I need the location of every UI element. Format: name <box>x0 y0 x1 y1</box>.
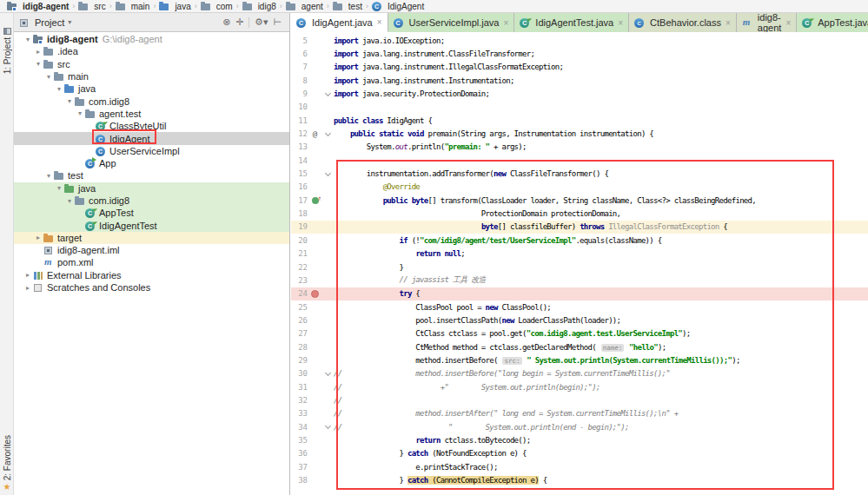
code-line-32[interactable]: 32// <box>291 393 868 406</box>
code-line-23[interactable]: 23 // javassist 工具 改造 <box>291 274 868 287</box>
chevron-right-icon[interactable]: ▸ <box>23 284 33 292</box>
tree-item-java[interactable]: ▾java <box>14 82 289 95</box>
hide-panel-icon[interactable]: ⊢ <box>270 16 284 27</box>
chevron-down-icon[interactable]: ▾ <box>54 85 64 93</box>
code-line-12[interactable]: 12@ public static void premain(String ar… <box>291 127 868 140</box>
code-line-6[interactable]: 6import java.lang.instrument.ClassFileTr… <box>291 47 868 60</box>
code-line-20[interactable]: 20 if (!"com/idig8/agent/test/UserServic… <box>291 234 868 247</box>
breadcrumb-item-src[interactable]: src <box>76 0 108 12</box>
breadcrumb-item-com[interactable]: com <box>198 0 235 12</box>
breadcrumb-item-java[interactable]: java <box>156 0 193 12</box>
breadcrumb-item-test[interactable]: test <box>330 0 365 12</box>
chevron-right-icon[interactable]: ▸ <box>33 48 43 56</box>
tree-item-pom.xml[interactable]: pom.xml <box>14 256 289 268</box>
tree-item-main[interactable]: ▾main <box>14 70 289 82</box>
chevron-down-icon[interactable]: ▾ <box>43 172 54 180</box>
editor-tab-IdigAgentTest.java[interactable]: IdigAgentTest.java× <box>514 13 629 32</box>
code-line-11[interactable]: 11public class IdigAgent { <box>291 114 868 127</box>
breakpoint-icon[interactable] <box>308 290 322 298</box>
close-icon[interactable]: × <box>785 18 791 28</box>
code-line-15[interactable]: 15 instrumentation.addTransformer(new Cl… <box>291 167 868 180</box>
code-line-38[interactable]: 38 } catch (CannotCompileException e) { <box>291 473 868 486</box>
breadcrumb-item-idig8[interactable]: idig8 <box>240 0 279 12</box>
chevron-down-icon[interactable]: ▾ <box>43 73 54 81</box>
code-line-13[interactable]: 13 System.out.println("premain: " + args… <box>291 141 868 154</box>
collapse-all-icon[interactable]: ✛ <box>234 16 247 27</box>
close-icon[interactable]: × <box>503 18 508 28</box>
tree-item-com.idig8[interactable]: ▾com.idig8 <box>14 95 289 107</box>
chevron-down-icon[interactable]: ▾ <box>64 197 75 205</box>
close-icon[interactable]: × <box>618 18 623 28</box>
code-line-35[interactable]: 35 return ctclass.toBytecode(); <box>291 433 868 446</box>
tree-item-UserServiceImpl[interactable]: UserServiceImpl <box>14 145 289 157</box>
tree-item-idig8-agent.iml[interactable]: idig8-agent.iml <box>14 244 289 256</box>
fold-icon[interactable] <box>322 93 334 96</box>
fold-icon[interactable] <box>322 133 334 135</box>
tree-item-Scratches and Consoles[interactable]: ▸Scratches and Consoles <box>14 281 289 294</box>
tree-item-AppTest[interactable]: AppTest <box>14 207 289 219</box>
code-line-16[interactable]: 16 @Override <box>291 181 868 194</box>
code-line-31[interactable]: 31// +" System.out.println(begin);"); <box>291 380 868 393</box>
editor-tab-idig8-agent[interactable]: idig8-agent× <box>737 13 797 32</box>
tree-item-IdigAgentTest[interactable]: IdigAgentTest <box>14 219 289 231</box>
chevron-down-icon[interactable]: ▾ <box>23 36 33 43</box>
editor-tab-IdigAgent.java[interactable]: IdigAgent.java× <box>291 13 388 32</box>
tree-item-App[interactable]: App <box>14 157 289 169</box>
code-line-27[interactable]: 27 CtClass ctclass = pool.get("com.idig8… <box>291 327 868 340</box>
close-icon[interactable]: × <box>726 18 731 28</box>
editor-tab-CtBehavior.class[interactable]: CtBehavior.class× <box>629 13 737 32</box>
code-line-9[interactable]: 9import java.security.ProtectionDomain; <box>291 87 868 100</box>
code-line-17[interactable]: 17 public byte[] transform(ClassLoader l… <box>291 194 868 207</box>
fold-icon[interactable] <box>322 426 334 428</box>
code-line-7[interactable]: 7import java.lang.instrument.IllegalClas… <box>291 61 868 74</box>
tree-item-idig8-agent[interactable]: ▾idig8-agentG:\idig8-agent <box>14 33 289 45</box>
tool-window-tab-project[interactable]: 1: Project <box>0 28 14 74</box>
chevron-right-icon[interactable]: ▸ <box>23 271 33 279</box>
tree-item-External Libraries[interactable]: ▸External Libraries <box>14 269 289 281</box>
chevron-down-icon[interactable]: ▾ <box>68 18 71 26</box>
tree-item-agent.test[interactable]: ▾agent.test <box>14 108 289 120</box>
settings-icon[interactable]: ⚙▾ <box>252 16 270 27</box>
locate-icon[interactable]: ⊗ <box>220 16 233 27</box>
chevron-down-icon[interactable]: ▾ <box>75 109 85 117</box>
chevron-down-icon[interactable]: ▾ <box>54 184 64 192</box>
tree-item-ClassByteUtil[interactable]: ClassByteUtil <box>14 120 289 132</box>
tree-item-.idea[interactable]: ▸.idea <box>14 45 289 57</box>
code-line-14[interactable]: 14 <box>291 154 868 167</box>
chevron-right-icon[interactable]: ▸ <box>33 234 43 241</box>
code-line-21[interactable]: 21 return null; <box>291 248 868 261</box>
override-marker-icon[interactable] <box>308 197 322 204</box>
tree-item-src[interactable]: ▾src <box>14 58 289 70</box>
code-editor[interactable]: 5import java.io.IOException;6import java… <box>291 32 868 495</box>
tree-item-target[interactable]: ▸target <box>14 232 289 244</box>
tree-item-test[interactable]: ▾test <box>14 169 289 182</box>
code-line-33[interactable]: 33// method.insertAfter(" long end = Sys… <box>291 407 868 420</box>
code-line-5[interactable]: 5import java.io.IOException; <box>291 34 868 47</box>
code-line-19[interactable]: 19 byte[] classfileBuffer) throws Illega… <box>291 221 868 234</box>
breadcrumb-item-IdigAgent[interactable]: IdigAgent <box>369 0 427 12</box>
code-line-18[interactable]: 18 ProtectionDomain protectionDomain, <box>291 207 868 220</box>
code-line-25[interactable]: 25 ClassPool pool = new ClassPool(); <box>291 300 868 314</box>
project-panel-title[interactable]: Project <box>35 17 64 28</box>
tree-item-IdigAgent[interactable]: IdigAgent <box>14 132 289 144</box>
code-line-28[interactable]: 28 CtMethod method = ctclass.getDeclared… <box>291 340 868 353</box>
chevron-down-icon[interactable]: ▾ <box>33 60 43 68</box>
code-line-30[interactable]: 30// method.insertBefore("long begin = S… <box>291 367 868 380</box>
tool-window-tab-favorites[interactable]: 2: Favorites ★ <box>0 435 14 492</box>
breadcrumb-item-idig8-agent[interactable]: idig8-agent <box>4 0 71 12</box>
code-line-10[interactable]: 10 <box>291 101 868 114</box>
chevron-down-icon[interactable]: ▾ <box>64 97 75 105</box>
code-line-24[interactable]: 24 try { <box>291 287 868 300</box>
code-line-29[interactable]: 29 method.insertBefore( src: " System.ou… <box>291 353 868 366</box>
tree-item-java[interactable]: ▾java <box>14 182 289 195</box>
code-line-34[interactable]: 34// " System.out.println(end - begin);"… <box>291 420 868 433</box>
code-line-36[interactable]: 36 } catch (NotFoundException e) { <box>291 447 868 460</box>
code-line-8[interactable]: 8import java.lang.instrument.Instrumenta… <box>291 74 868 87</box>
fold-icon[interactable] <box>322 173 334 175</box>
breadcrumb-item-agent[interactable]: agent <box>283 0 326 12</box>
tree-item-com.idig8[interactable]: ▾com.idig8 <box>14 195 289 207</box>
editor-tab-UserServiceImpl.java[interactable]: UserServiceImpl.java× <box>388 13 515 32</box>
fold-icon[interactable] <box>322 373 334 375</box>
code-line-37[interactable]: 37 e.printStackTrace(); <box>291 460 868 473</box>
breadcrumb-item-main[interactable]: main <box>113 0 153 12</box>
